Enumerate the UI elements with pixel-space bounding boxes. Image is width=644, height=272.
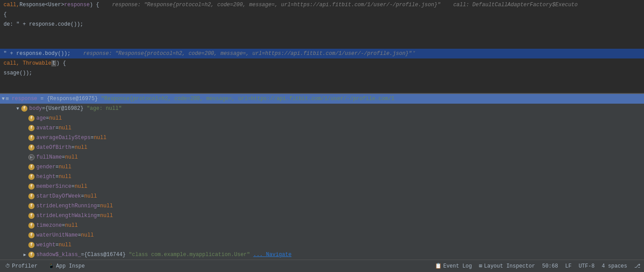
- field-value-height: null: [58, 174, 71, 180]
- code-line-8: ssage());: [0, 68, 644, 78]
- field-icon-gender: f: [28, 164, 35, 170]
- app-inspector-icon: 📱: [48, 263, 54, 269]
- tree-row-averageDailySteps[interactable]: f averageDailySteps = null: [0, 133, 644, 143]
- debug-var-name: response: [12, 96, 37, 102]
- code-line-7: call, Throwable t) {: [0, 58, 644, 68]
- field-name-gender: gender: [36, 164, 55, 170]
- tree-row-fullName[interactable]: ⊢ fullName = null: [0, 152, 644, 162]
- tree-row-dateOfBirth[interactable]: f dateOfBirth = null: [0, 143, 644, 152]
- tree-row-body[interactable]: ▼ f body = {User@16982} "age: null": [0, 104, 644, 113]
- field-name-strideLengthWalking: strideLengthWalking: [36, 213, 97, 219]
- field-value-strideLengthWalking: null: [100, 213, 113, 219]
- debug-highlight-bar[interactable]: ▼ ≡ response = {Response@16975} "Respons…: [0, 94, 644, 104]
- status-bar-left: ⏱ Profiler 📱 App Inspe: [0, 260, 90, 272]
- tree-row-strideLengthWalking[interactable]: f strideLengthWalking = null: [0, 211, 644, 221]
- field-value-averageDailySteps: null: [94, 135, 107, 141]
- field-name-age: age: [36, 115, 46, 121]
- layout-inspector-button[interactable]: ⊞ Layout Inspector: [479, 263, 535, 269]
- line-separator: LF: [565, 263, 571, 269]
- app-inspector-button[interactable]: 📱 App Inspe: [43, 260, 90, 272]
- tree-row-timezone[interactable]: f timezone = null: [0, 221, 644, 230]
- field-value-dateOfBirth: null: [74, 144, 87, 151]
- field-value-timezone: null: [65, 222, 78, 229]
- tree-row-weight[interactable]: f weight = null: [0, 240, 644, 250]
- code-editor: call, Response<User> response) { respons…: [0, 0, 644, 93]
- field-icon-memberSince: f: [28, 183, 35, 190]
- field-icon-waterUnitName: f: [28, 232, 35, 238]
- event-log-icon: 📋: [435, 263, 442, 269]
- field-value-shadowKlass: {Class@16744}: [84, 252, 129, 258]
- field-value-fullName: null: [65, 154, 78, 160]
- tree-row-startDayOfWeek[interactable]: f startDayOfWeek = null: [0, 191, 644, 201]
- event-log-button[interactable]: 📋 Event Log: [435, 263, 472, 269]
- tree-row-memberSince[interactable]: f memberSince = null: [0, 182, 644, 191]
- field-extra-shadowKlass: "class com.example.myapplication.User": [129, 252, 250, 258]
- debug-var-type: {Response@16975}: [47, 96, 101, 102]
- tree-row-strideLengthRunning[interactable]: f strideLengthRunning = null: [0, 201, 644, 211]
- field-icon-body: f: [21, 105, 27, 112]
- field-name-body: body: [29, 105, 42, 112]
- indent: 4 spaces: [601, 263, 627, 269]
- field-name-averageDailySteps: averageDailySteps: [36, 135, 90, 141]
- tree-expand-icon[interactable]: ▼: [14, 105, 21, 112]
- field-icon-dateOfBirth: f: [28, 144, 35, 151]
- tree-row-age[interactable]: f age = null: [0, 113, 644, 123]
- field-icon-fullName: ⊢: [28, 154, 35, 160]
- field-extra-body: "age: null": [87, 105, 122, 112]
- field-icon-averageDailySteps: f: [28, 135, 35, 141]
- field-name-dateOfBirth: dateOfBirth: [36, 144, 71, 151]
- debug-panel: ▼ ≡ response = {Response@16975} "Respons…: [0, 94, 644, 260]
- debug-var-value: "Response{protocol=h2, code=200, message…: [101, 96, 395, 102]
- field-name-height: height: [36, 174, 55, 180]
- field-name-weight: weight: [36, 242, 55, 248]
- field-name-fullName: fullName: [36, 154, 62, 160]
- profiler-label[interactable]: Profiler: [12, 263, 38, 269]
- navigate-link-klass[interactable]: ... Navigate: [253, 252, 291, 258]
- list-icon: ≡: [6, 96, 9, 102]
- tree-row-shadowKlass[interactable]: ▶ f shadow$_klass_ = {Class@16744} "clas…: [0, 250, 644, 260]
- status-right: 📋 Event Log ⊞ Layout Inspector 50:68 LF …: [435, 263, 640, 269]
- layout-inspector-label[interactable]: Layout Inspector: [484, 263, 535, 269]
- field-name-timezone: timezone: [36, 222, 62, 229]
- tree-row-avatar[interactable]: f avatar = null: [0, 123, 644, 133]
- field-icon-weight: f: [28, 242, 35, 248]
- code-line-2: {: [0, 10, 644, 19]
- field-icon-strideLengthRunning: f: [28, 203, 35, 209]
- code-line-4: [0, 29, 644, 39]
- field-icon-avatar: f: [28, 125, 35, 131]
- field-value-startDayOfWeek: null: [84, 193, 97, 199]
- cursor-position: 50:68: [542, 263, 558, 269]
- field-value-gender: null: [58, 164, 71, 170]
- app-inspector-label[interactable]: App Inspe: [56, 263, 85, 269]
- charset: UTF-8: [578, 263, 594, 269]
- expand-arrow-icon[interactable]: ▼: [2, 96, 5, 101]
- field-name-shadowKlass: shadow$_klass_: [36, 252, 81, 258]
- field-icon-age: f: [28, 115, 35, 121]
- field-value-age: null: [49, 115, 62, 121]
- field-value-memberSince: null: [74, 183, 87, 190]
- code-line-1: call, Response<User> response) { respons…: [0, 0, 644, 10]
- debug-tree[interactable]: ▼ f body = {User@16982} "age: null" f ag…: [0, 104, 644, 260]
- profiler-icon: ⏱: [5, 263, 10, 269]
- code-text: call,: [4, 2, 19, 8]
- status-bar: ⏱ Profiler 📱 App Inspe 📋 Event Log ⊞ Lay…: [0, 260, 644, 272]
- event-log-label[interactable]: Event Log: [443, 263, 472, 269]
- profiler-button[interactable]: ⏱ Profiler: [0, 260, 43, 272]
- field-value-avatar: null: [58, 125, 71, 131]
- field-icon-shadowKlass: f: [28, 252, 35, 258]
- tree-expand-klass-icon[interactable]: ▶: [21, 251, 28, 258]
- layout-inspector-icon: ⊞: [479, 263, 482, 269]
- field-icon-startDayOfWeek: f: [28, 193, 35, 199]
- field-name-startDayOfWeek: startDayOfWeek: [36, 193, 81, 199]
- field-value-body: {User@16982}: [45, 105, 87, 112]
- code-line-5: [0, 39, 644, 49]
- field-name-strideLengthRunning: strideLengthRunning: [36, 203, 97, 209]
- field-value-waterUnitName: null: [81, 232, 94, 238]
- tree-row-gender[interactable]: f gender = null: [0, 162, 644, 172]
- tree-row-waterUnitName[interactable]: f waterUnitName = null: [0, 230, 644, 240]
- git-icon: ⎇: [634, 263, 640, 269]
- field-name-waterUnitName: waterUnitName: [36, 232, 78, 238]
- code-line-3: de: " + response.code());: [0, 19, 644, 29]
- tree-row-height[interactable]: f height = null: [0, 172, 644, 182]
- field-name-memberSince: memberSince: [36, 183, 71, 190]
